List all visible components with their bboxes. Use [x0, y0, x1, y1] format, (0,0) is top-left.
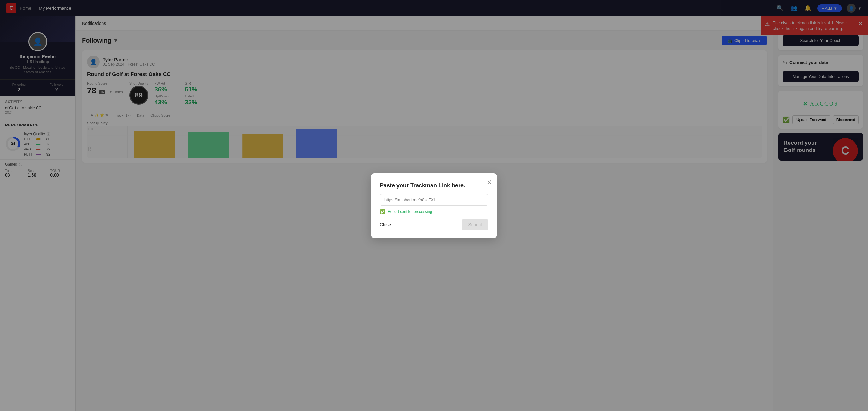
trackman-link-input[interactable] [380, 194, 488, 205]
modal-actions: Close Submit [380, 219, 488, 230]
success-text: Report sent for processing [388, 210, 432, 214]
modal-close-button[interactable]: Close [380, 222, 391, 227]
modal-close-icon-button[interactable]: ✕ [487, 179, 492, 186]
modal-success-message: ✅ Report sent for processing [380, 209, 488, 215]
trackman-modal: Paste your Trackman Link here. ✕ ✅ Repor… [371, 173, 497, 238]
modal-overlay[interactable]: Paste your Trackman Link here. ✕ ✅ Repor… [0, 0, 868, 411]
modal-title: Paste your Trackman Link here. [380, 182, 488, 189]
success-check-icon: ✅ [380, 209, 386, 215]
modal-submit-button[interactable]: Submit [462, 219, 488, 230]
